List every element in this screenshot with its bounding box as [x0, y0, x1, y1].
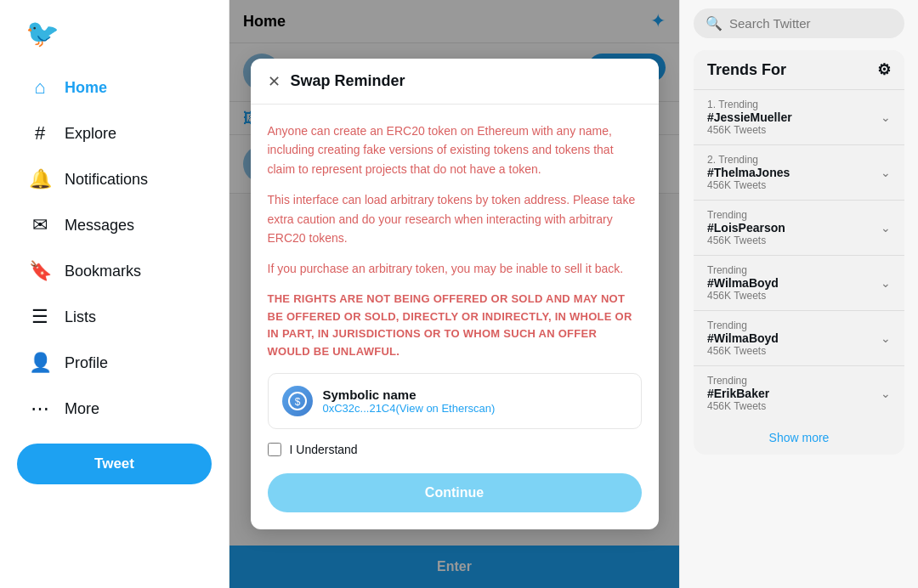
- search-input[interactable]: [729, 16, 892, 31]
- trend-item-1[interactable]: 1. Trending #JessieMueller 456K Tweets ⌄: [694, 89, 904, 144]
- home-icon: ⌂: [29, 76, 51, 99]
- modal-header: ✕ Swap Reminder: [251, 59, 659, 105]
- search-bar[interactable]: 🔍: [694, 8, 904, 38]
- trend-rank-6: Trending: [707, 375, 769, 387]
- trend-count-3: 456K Tweets: [707, 235, 785, 246]
- main-content: Home ✦ What's happening ? Follow 🖼 GIF 📊…: [230, 0, 680, 588]
- trend-count-2: 456K Tweets: [707, 179, 790, 191]
- sidebar-item-bookmarks-label: Bookmarks: [65, 263, 141, 280]
- sidebar-item-lists[interactable]: ☰ Lists: [17, 296, 212, 338]
- modal-body: Anyone can create an ERC20 token on Ethe…: [251, 105, 659, 529]
- sidebar-item-notifications-label: Notifications: [65, 171, 148, 189]
- token-name: Symbolic name: [323, 387, 496, 402]
- profile-icon: 👤: [29, 352, 51, 374]
- modal-warning-1: Anyone can create an ERC20 token on Ethe…: [268, 122, 642, 178]
- token-info: Symbolic name 0xC32c...21C4(View on Ethe…: [323, 387, 496, 415]
- sidebar-item-profile-label: Profile: [65, 354, 108, 372]
- trend-name-1: #JessieMueller: [707, 110, 792, 124]
- sidebar: 🐦 ⌂ Home # Explore 🔔 Notifications ✉ Mes…: [0, 0, 230, 588]
- sidebar-item-explore-label: Explore: [65, 125, 116, 143]
- token-address[interactable]: 0xC32c...21C4(View on Etherscan): [323, 402, 496, 415]
- messages-icon: ✉: [29, 214, 51, 236]
- chevron-down-icon-2: ⌄: [881, 166, 891, 179]
- sidebar-item-home[interactable]: ⌂ Home: [17, 66, 212, 109]
- show-more-button[interactable]: Show more: [694, 421, 904, 455]
- sidebar-item-lists-label: Lists: [65, 308, 96, 326]
- right-sidebar: 🔍 Trends For ⚙ 1. Trending #JessieMuelle…: [680, 0, 918, 588]
- token-icon: $: [282, 386, 313, 416]
- trend-item-5[interactable]: Trending #WilmaBoyd 456K Tweets ⌄: [694, 310, 904, 365]
- modal-warning-3: If you purchase an arbitrary token, you …: [268, 259, 642, 278]
- sidebar-item-explore[interactable]: # Explore: [17, 112, 212, 155]
- trend-rank-5: Trending: [707, 319, 779, 331]
- modal-warning-caps: THE RIGHTS ARE NOT BEING OFFERED OR SOLD…: [268, 291, 642, 361]
- trend-rank-2: 2. Trending: [707, 154, 790, 166]
- understand-checkbox-row: I Understand: [268, 443, 642, 456]
- modal-title: Swap Reminder: [291, 72, 405, 90]
- trends-box: Trends For ⚙ 1. Trending #JessieMueller …: [694, 50, 904, 455]
- sidebar-item-messages-label: Messages: [65, 217, 134, 235]
- trends-settings-icon[interactable]: ⚙: [877, 60, 891, 79]
- modal-close-button[interactable]: ✕: [268, 74, 280, 89]
- modal-overlay: ✕ Swap Reminder Anyone can create an ERC…: [230, 0, 679, 588]
- sidebar-item-notifications[interactable]: 🔔 Notifications: [17, 158, 212, 201]
- trend-item-3[interactable]: Trending #LoisPearson 456K Tweets ⌄: [694, 200, 904, 255]
- bookmarks-icon: 🔖: [29, 260, 51, 282]
- sidebar-item-home-label: Home: [65, 79, 107, 97]
- explore-icon: #: [29, 122, 51, 144]
- chevron-down-icon-1: ⌄: [881, 110, 891, 124]
- more-icon: ⋯: [29, 398, 51, 420]
- modal-warning-2: This interface can load arbitrary tokens…: [268, 190, 642, 247]
- trend-count-6: 456K Tweets: [707, 400, 769, 412]
- trend-count-1: 456K Tweets: [707, 124, 792, 136]
- swap-reminder-modal: ✕ Swap Reminder Anyone can create an ERC…: [251, 59, 659, 529]
- trends-title: Trends For: [707, 61, 786, 79]
- trend-rank-1: 1. Trending: [707, 99, 792, 110]
- trend-name-6: #ErikBaker: [707, 387, 769, 400]
- sidebar-item-messages[interactable]: ✉ Messages: [17, 204, 212, 246]
- trend-name-3: #LoisPearson: [707, 221, 785, 235]
- chevron-down-icon-3: ⌄: [881, 221, 891, 235]
- chevron-down-icon-4: ⌄: [881, 276, 891, 290]
- notifications-icon: 🔔: [29, 168, 51, 190]
- trends-header: Trends For ⚙: [694, 50, 904, 89]
- tweet-button[interactable]: Tweet: [17, 444, 212, 484]
- trend-item-2[interactable]: 2. Trending #ThelmаJones 456K Tweets ⌄: [694, 144, 904, 200]
- sidebar-item-bookmarks[interactable]: 🔖 Bookmarks: [17, 250, 212, 292]
- trend-name-2: #ThelmаJones: [707, 166, 790, 179]
- understand-checkbox[interactable]: [268, 443, 281, 456]
- trend-name-4: #WilmaBoyd: [707, 276, 779, 290]
- trend-item-6[interactable]: Trending #ErikBaker 456K Tweets ⌄: [694, 365, 904, 421]
- trend-count-4: 456K Tweets: [707, 290, 779, 302]
- continue-button[interactable]: Continue: [268, 473, 642, 512]
- sidebar-item-more-label: More: [65, 400, 99, 418]
- trend-rank-3: Trending: [707, 209, 785, 221]
- token-box: $ Symbolic name 0xC32c...21C4(View on Et…: [268, 373, 642, 429]
- sidebar-item-profile[interactable]: 👤 Profile: [17, 342, 212, 384]
- chevron-down-icon-6: ⌄: [881, 387, 891, 400]
- trend-item-4[interactable]: Trending #WilmaBoyd 456K Tweets ⌄: [694, 255, 904, 310]
- trend-rank-4: Trending: [707, 264, 779, 276]
- chevron-down-icon-5: ⌄: [881, 331, 891, 345]
- lists-icon: ☰: [29, 306, 51, 328]
- trend-name-5: #WilmaBoyd: [707, 331, 779, 345]
- search-icon: 🔍: [706, 15, 722, 31]
- svg-text:$: $: [294, 396, 300, 408]
- trend-count-5: 456K Tweets: [707, 345, 779, 357]
- sidebar-item-more[interactable]: ⋯ More: [17, 387, 212, 430]
- understand-label[interactable]: I Understand: [290, 443, 358, 456]
- twitter-logo: 🐦: [17, 8, 212, 66]
